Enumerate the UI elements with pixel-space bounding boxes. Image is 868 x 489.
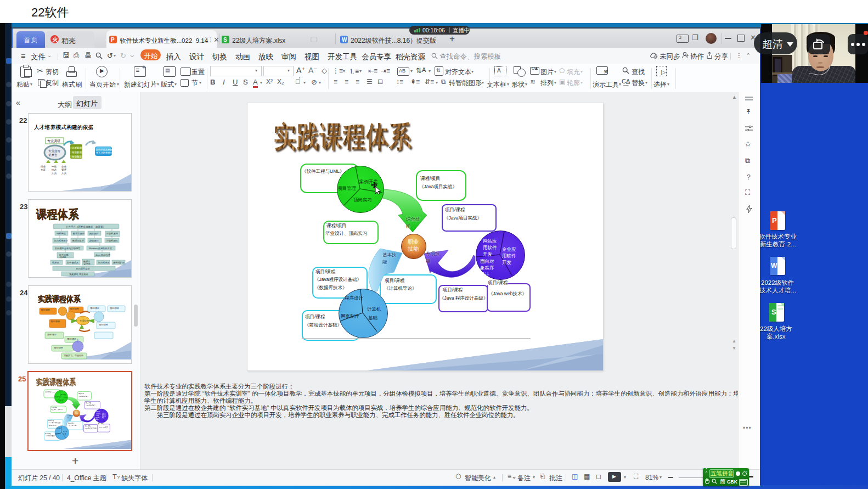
svg-text:项目/课程: 项目/课程: [54, 346, 63, 349]
svg-text:系统维护员: 系统维护员: [113, 261, 125, 264]
svg-text:项目/课程: 项目/课程: [50, 320, 60, 323]
svg-text:一线: 一线: [52, 165, 57, 168]
svg-text:项目/课程: 项目/课程: [90, 307, 99, 310]
svg-text:项目/课程: 项目/课程: [99, 323, 108, 326]
svg-text:Java Web技术: Java Web技术: [95, 254, 111, 256]
svg-text:管理: 管理: [61, 168, 67, 171]
svg-text:委员会: 委员会: [48, 153, 58, 156]
svg-text:Java程序设计: Java程序设计: [54, 239, 68, 242]
svg-text:企业: 企业: [61, 165, 67, 168]
svg-text:软件产业发展需: 软件产业发展需: [96, 148, 112, 151]
svg-text:专业指导: 专业指导: [48, 149, 61, 153]
svg-text:计算机系统: 计算机系统: [106, 232, 119, 235]
svg-text:课程体系: 课程体系: [36, 207, 79, 221]
svg-text:软件模型分析与文档编写: 软件模型分析与文档编写: [55, 247, 80, 250]
svg-text:技术: 技术: [51, 168, 57, 171]
svg-text:Java程序员: Java程序员: [98, 261, 109, 264]
svg-text:公共平台（思想道德修养、体育等）: 公共平台（思想道德修养、体育等）: [66, 226, 105, 228]
svg-text:管理员: 管理员: [83, 262, 91, 265]
svg-text:实践课程体系: 实践课程体系: [38, 294, 81, 303]
svg-text:与UML: 与UML: [59, 256, 67, 258]
svg-text:网页设计: 网页设计: [89, 232, 99, 235]
svg-text:行业: 行业: [40, 165, 46, 168]
svg-text:人员: 人员: [52, 172, 57, 175]
svg-text:专项技能: 专项技能: [80, 319, 89, 322]
svg-text:项目/课程: 项目/课程: [67, 338, 76, 340]
svg-text:专业调研: 专业调研: [47, 139, 60, 143]
svg-text:计算机网络: 计算机网络: [106, 239, 118, 242]
svg-text:人员: 人员: [61, 172, 67, 175]
svg-text:编程基础: 编程基础: [57, 232, 66, 235]
svg-text:Windows应用软件开发: Windows应用软件开发: [89, 247, 112, 250]
svg-text:项目/课程: 项目/课程: [110, 307, 119, 310]
svg-text:项目/课程: 项目/课程: [70, 307, 79, 310]
svg-text:静态设计: 静态设计: [89, 239, 99, 242]
svg-text:数据库技术: 数据库技术: [72, 239, 84, 242]
svg-text:人才培养模式构建的依据: 人才培养模式构建的依据: [33, 124, 94, 130]
svg-text:程序员: 程序员: [52, 261, 59, 264]
svg-text:顶岗实习、毕业设计: 顶岗实习、毕业设计: [63, 354, 83, 357]
svg-text:项目/课程: 项目/课程: [41, 308, 50, 311]
svg-text:课程/项目: 课程/项目: [47, 333, 57, 336]
svg-text:专家: 专家: [41, 168, 46, 171]
svg-text:要人才培养模式: 要人才培养模式: [96, 151, 112, 154]
svg-text:Java项目实训: Java项目实训: [76, 267, 90, 270]
svg-text:软件测试员: 软件测试员: [67, 261, 78, 264]
svg-text:数据库设计: 数据库设计: [73, 232, 85, 235]
